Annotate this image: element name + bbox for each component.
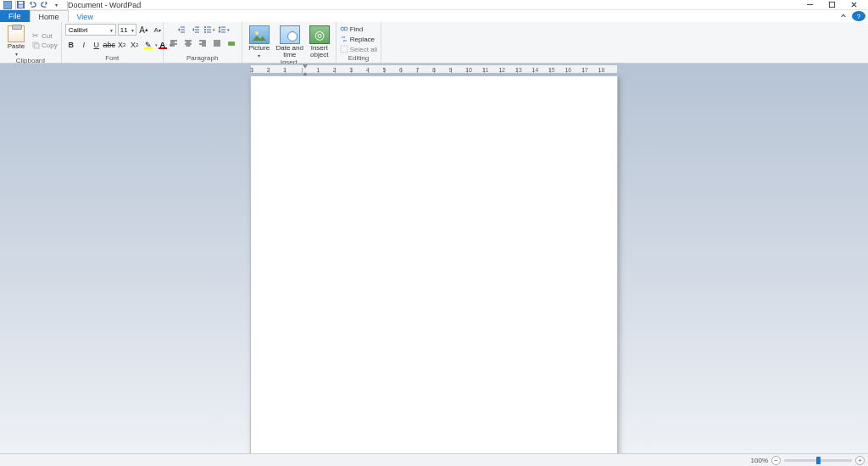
group-font: Calibri▾ 11▾ A▴ A▾ B I U abc X2 X2 ✎ ▾	[62, 22, 164, 63]
svg-rect-8	[34, 43, 38, 47]
svg-point-16	[204, 29, 206, 31]
copy-button[interactable]: Copy	[31, 41, 58, 49]
chevron-down-icon: ▾	[227, 27, 230, 32]
qat-dropdown-icon[interactable]: ▾	[52, 1, 60, 9]
strikethrough-button[interactable]: abc	[103, 39, 115, 51]
svg-point-15	[204, 26, 206, 28]
ruler-tick: 1	[285, 68, 302, 73]
insert-object-button[interactable]: ◎ Insert object	[307, 24, 332, 58]
grow-font-button[interactable]: A▴	[138, 24, 150, 36]
app-icon	[3, 1, 12, 9]
ribbon-tabs: File Home View ?	[0, 10, 868, 22]
font-name-select[interactable]: Calibri▾	[65, 24, 116, 36]
align-right-button[interactable]	[196, 37, 209, 49]
replace-button[interactable]: Replace	[340, 35, 375, 43]
line-spacing-button[interactable]: ▾	[217, 24, 231, 36]
tab-home[interactable]: Home	[30, 10, 69, 22]
subscript-button[interactable]: X2	[116, 39, 128, 51]
bold-button[interactable]: B	[65, 39, 77, 51]
svg-rect-1	[18, 2, 22, 4]
chevron-down-icon: ▾	[15, 51, 18, 57]
shrink-font-button[interactable]: A▾	[152, 24, 164, 36]
chevron-down-icon: ▾	[258, 53, 260, 58]
group-editing: Find Replace Select all Editing	[337, 22, 381, 63]
close-button[interactable]	[843, 0, 865, 10]
statusbar: 100% − +	[0, 453, 868, 466]
redo-icon[interactable]	[40, 1, 48, 9]
chevron-down-icon: ▾	[131, 27, 134, 33]
zoom-percentage: 100%	[751, 457, 768, 464]
decrease-indent-button[interactable]	[174, 24, 187, 36]
svg-rect-45	[341, 46, 348, 53]
svg-rect-41	[228, 42, 235, 46]
replace-icon	[340, 35, 348, 43]
ruler[interactable]: 321123456789101112131415161718	[0, 64, 868, 75]
insert-datetime-button[interactable]: Date and time	[275, 24, 304, 58]
align-center-button[interactable]	[181, 37, 195, 49]
svg-point-17	[204, 31, 206, 33]
font-color-button[interactable]: A ▾	[156, 39, 170, 51]
clipboard-icon	[8, 25, 25, 42]
help-icon[interactable]: ?	[852, 11, 865, 21]
insert-picture-button[interactable]: Picture ▾	[246, 24, 273, 58]
scissors-icon: ✂	[31, 31, 40, 40]
font-size-select[interactable]: 11▾	[118, 24, 136, 36]
copy-icon	[31, 41, 40, 49]
tab-view[interactable]: View	[69, 10, 102, 22]
select-all-button[interactable]: Select all	[340, 45, 377, 53]
paragraph-dialog-button[interactable]	[225, 37, 238, 49]
save-icon[interactable]	[16, 1, 25, 9]
svg-point-43	[341, 27, 344, 31]
binoculars-icon	[340, 25, 348, 33]
zoom-out-button[interactable]: −	[771, 456, 781, 465]
chevron-down-icon: ▾	[213, 27, 215, 32]
ribbon: Paste ▾ ✂ Cut Copy Clipboard	[0, 22, 868, 64]
group-clipboard: Paste ▾ ✂ Cut Copy Clipboard	[0, 22, 62, 63]
chevron-down-icon: ▾	[170, 42, 172, 47]
group-paragraph: ▾ ▾ Paragraph	[164, 22, 242, 63]
document-page[interactable]	[250, 75, 618, 453]
minimize-button[interactable]	[798, 0, 821, 10]
underline-button[interactable]: U	[91, 39, 103, 51]
highlight-button[interactable]: ✎ ▾	[142, 39, 155, 51]
cut-button[interactable]: ✂ Cut	[31, 31, 52, 40]
chevron-down-icon: ▾	[110, 27, 113, 33]
zoom-slider-thumb[interactable]	[816, 457, 821, 464]
group-insert: Picture ▾ Date and time ◎ Insert object …	[242, 22, 337, 63]
titlebar: ▾ Document - WordPad	[0, 0, 868, 10]
tab-file[interactable]: File	[0, 10, 30, 22]
zoom-slider[interactable]	[784, 459, 852, 462]
workspace: 321123456789101112131415161718	[0, 64, 868, 453]
ruler-tick: 18	[599, 68, 616, 73]
collapse-ribbon-icon[interactable]	[837, 10, 849, 22]
calendar-clock-icon	[280, 25, 300, 44]
maximize-button[interactable]	[821, 0, 843, 10]
superscript-button[interactable]: X2	[129, 39, 141, 51]
svg-rect-4	[829, 2, 834, 7]
undo-icon[interactable]	[28, 1, 36, 9]
window-title: Document - WordPad	[68, 1, 141, 9]
align-justify-button[interactable]	[210, 37, 224, 49]
picture-icon	[249, 25, 270, 44]
find-button[interactable]: Find	[340, 25, 364, 33]
zoom-in-button[interactable]: +	[855, 456, 865, 465]
italic-button[interactable]: I	[78, 39, 90, 51]
svg-point-44	[344, 27, 348, 31]
svg-rect-2	[18, 5, 22, 8]
paste-button[interactable]: Paste ▾	[3, 24, 29, 57]
svg-point-42	[255, 31, 259, 35]
increase-indent-button[interactable]	[188, 24, 202, 36]
object-icon: ◎	[309, 25, 330, 44]
quick-access-toolbar: ▾	[16, 1, 60, 9]
select-all-icon	[340, 45, 348, 53]
bullets-button[interactable]: ▾	[203, 24, 216, 36]
